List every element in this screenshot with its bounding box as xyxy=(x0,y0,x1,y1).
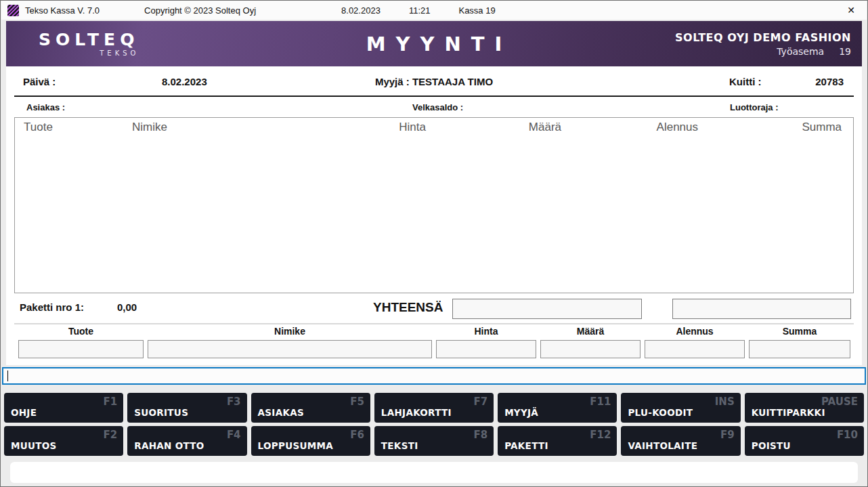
button-label: ASIAKAS xyxy=(258,407,304,418)
button-key: F1 xyxy=(104,396,118,408)
customer-button[interactable]: ASIAKAS F5 xyxy=(251,393,370,423)
column-header-product: Tuote xyxy=(24,121,132,134)
text-caret xyxy=(7,370,8,381)
button-key: F12 xyxy=(590,429,611,441)
command-input[interactable] xyxy=(3,368,865,383)
close-icon[interactable]: ✕ xyxy=(836,1,867,20)
price-input[interactable] xyxy=(436,340,536,358)
button-label: LOPPUSUMMA xyxy=(258,440,333,451)
packet-label: Paketti nro 1: xyxy=(20,301,84,313)
button-label: KUITTIPARKKI xyxy=(752,407,825,418)
title-bar-time: 11:21 xyxy=(409,5,431,16)
button-key: F8 xyxy=(473,429,487,441)
table-body-empty xyxy=(15,136,853,289)
customer-label: Asiakas : xyxy=(26,102,65,112)
credit-limit-label: Luottoraja : xyxy=(730,102,779,112)
button-label: OHJE xyxy=(11,407,37,418)
button-key: F6 xyxy=(350,429,364,441)
entry-inputs-row xyxy=(18,340,849,358)
title-bar-register: Kassa 19 xyxy=(458,5,495,16)
button-label: MYYJÄ xyxy=(504,407,538,418)
plu-codes-button[interactable]: PLU-KOODIT INS xyxy=(621,393,740,423)
receipt-items-table: Tuote Nimike Hinta Määrä Alennus Summa xyxy=(14,117,854,293)
app-icon xyxy=(7,5,19,16)
button-label: RAHAN OTTO xyxy=(134,440,204,451)
debt-balance-label: Velkasaldo : xyxy=(412,102,463,112)
company-name: SOLTEQ OYJ DEMO FASHION xyxy=(675,31,851,44)
exchange-device-button[interactable]: VAIHTOLAITE F9 xyxy=(621,426,740,456)
button-key: F4 xyxy=(227,429,241,441)
header-company-block: SOLTEQ OYJ DEMO FASHION Työasema19 xyxy=(675,31,851,57)
info-row-customer: Asiakas : Velkasaldo : Luottoraja : xyxy=(6,98,862,117)
receipt-number: 20783 xyxy=(815,76,844,87)
help-button[interactable]: OHJE F1 xyxy=(4,393,123,423)
button-label: VAIHTOLAITE xyxy=(628,440,697,451)
secondary-amount-field xyxy=(672,299,851,319)
entry-label-sum: Summa xyxy=(749,326,850,340)
button-label: PLU-KOODIT xyxy=(628,407,693,418)
column-header-price: Hinta xyxy=(324,121,426,134)
exit-button[interactable]: POISTU F10 xyxy=(745,426,864,456)
column-header-name: Nimike xyxy=(132,121,324,134)
receipt-label: Kuitti : xyxy=(729,76,761,87)
entry-label-quantity: Määrä xyxy=(540,326,641,340)
button-label: TEKSTI xyxy=(381,440,418,451)
text-button[interactable]: TEKSTI F8 xyxy=(374,426,494,456)
workstation-value: 19 xyxy=(839,46,851,57)
sum-input[interactable] xyxy=(749,340,850,358)
workstation-label: Työasema xyxy=(777,46,824,57)
button-label: LAHJAKORTTI xyxy=(381,407,452,418)
payment-button[interactable]: SUORITUS F3 xyxy=(127,393,246,423)
seller-button[interactable]: MYYJÄ F11 xyxy=(498,393,617,423)
title-bar-date: 8.02.2023 xyxy=(341,5,381,16)
button-key: F3 xyxy=(227,396,241,408)
divider-line xyxy=(14,323,854,324)
command-input-wrap xyxy=(2,367,866,385)
button-key: F9 xyxy=(720,429,735,441)
cash-withdrawal-button[interactable]: RAHAN OTTO F4 xyxy=(127,426,246,456)
product-input[interactable] xyxy=(18,340,144,358)
entry-label-discount: Alennus xyxy=(645,326,745,340)
info-row-primary: Päivä : 8.02.2023 Myyjä : TESTAAJA TIMO … xyxy=(6,66,862,98)
totals-row: Paketti nro 1: 0,00 YHTEENSÄ xyxy=(6,295,862,324)
title-bar-copyright: Copyright © 2023 Solteq Oyj xyxy=(144,5,256,16)
total-amount-field xyxy=(452,299,642,319)
app-window: Tekso Kassa V. 7.0 Copyright © 2023 Solt… xyxy=(0,0,868,487)
divider-line xyxy=(14,96,854,97)
title-bar-app-name: Tekso Kassa V. 7.0 xyxy=(25,5,100,16)
button-key: F11 xyxy=(590,396,611,408)
button-key: F7 xyxy=(473,396,487,408)
total-label: YHTEENSÄ xyxy=(373,300,443,315)
packet-amount: 0,00 xyxy=(117,301,137,313)
column-header-discount: Alennus xyxy=(561,121,698,134)
button-key: INS xyxy=(715,396,735,408)
quantity-input[interactable] xyxy=(540,340,641,358)
entry-label-name: Nimike xyxy=(148,326,432,340)
button-key: F5 xyxy=(350,396,364,408)
final-sum-button[interactable]: LOPPUSUMMA F6 xyxy=(251,426,370,456)
column-header-sum: Summa xyxy=(698,121,842,134)
receipt-park-button[interactable]: KUITTIPARKKI PAUSE xyxy=(745,393,864,423)
button-label: PAKETTI xyxy=(504,440,548,451)
change-button[interactable]: MUUTOS F2 xyxy=(4,426,123,456)
title-bar: Tekso Kassa V. 7.0 Copyright © 2023 Solt… xyxy=(1,1,867,20)
status-bar xyxy=(10,462,858,483)
line-entry-section: Tuote Nimike Hinta Määrä Alennus Summa xyxy=(6,326,862,358)
packet-button[interactable]: PAKETTI F12 xyxy=(498,426,617,456)
table-header-row: Tuote Nimike Hinta Määrä Alennus Summa xyxy=(15,118,853,136)
discount-input[interactable] xyxy=(645,340,745,358)
button-label: MUUTOS xyxy=(11,440,57,451)
main-area: Päivä : 8.02.2023 Myyjä : TESTAAJA TIMO … xyxy=(6,66,862,365)
button-key: F10 xyxy=(837,429,858,441)
column-header-quantity: Määrä xyxy=(426,121,561,134)
function-key-panel: OHJE F1 SUORITUS F3 ASIAKAS F5 LAHJAKORT… xyxy=(4,393,864,456)
button-key: PAUSE xyxy=(821,396,858,408)
entry-labels-row: Tuote Nimike Hinta Määrä Alennus Summa xyxy=(18,326,849,340)
button-label: SUORITUS xyxy=(134,407,188,418)
button-key: F2 xyxy=(104,429,118,441)
name-input[interactable] xyxy=(148,340,432,358)
workstation-info: Työasema19 xyxy=(675,46,851,57)
button-label: POISTU xyxy=(752,440,791,451)
gift-card-button[interactable]: LAHJAKORTTI F7 xyxy=(374,393,494,423)
entry-label-price: Hinta xyxy=(436,326,536,340)
